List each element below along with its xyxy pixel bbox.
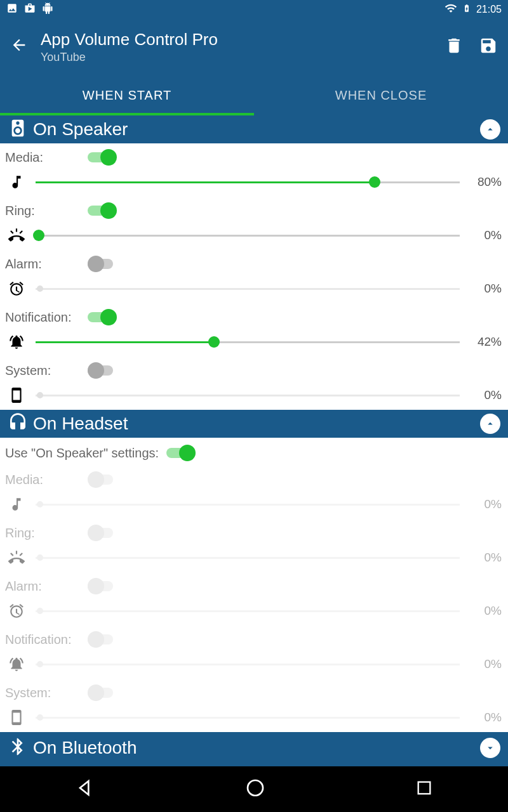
image-icon <box>6 3 18 16</box>
section-header-speaker: On Speaker <box>0 115 508 143</box>
headset-icon <box>8 412 28 435</box>
ring-label: Ring: <box>5 204 88 218</box>
section-header-headset: On Headset <box>0 410 508 438</box>
phone-icon <box>5 387 28 403</box>
section-title: On Speaker <box>33 119 128 140</box>
delete-button[interactable] <box>444 36 464 58</box>
media-label: Media: <box>5 473 88 487</box>
speaker-icon <box>8 118 28 141</box>
alarm-icon <box>5 603 28 619</box>
hs-alarm-toggle <box>88 576 121 596</box>
hs-notification-pct: 0% <box>467 657 502 671</box>
tab-when-close[interactable]: WHEN CLOSE <box>254 75 508 115</box>
section-header-bluetooth[interactable]: On Bluetooth <box>0 732 508 764</box>
notification-bell-icon <box>5 334 28 350</box>
notification-toggle[interactable] <box>88 307 121 327</box>
app-bar: App Volume Control Pro YouTube <box>0 19 508 75</box>
svg-point-0 <box>248 780 263 796</box>
ring-label: Ring: <box>5 526 88 540</box>
hs-alarm-slider <box>36 605 460 617</box>
hs-media-toggle <box>88 469 121 490</box>
hs-ring-toggle <box>88 523 121 543</box>
collapse-button-headset[interactable] <box>480 414 500 434</box>
hs-ring-pct: 0% <box>467 551 502 565</box>
alarm-slider[interactable] <box>36 282 460 295</box>
nav-recent-icon[interactable] <box>415 779 433 799</box>
music-note-icon <box>5 174 28 190</box>
system-label: System: <box>5 686 88 700</box>
alarm-label: Alarm: <box>5 579 88 594</box>
back-button[interactable] <box>10 36 28 58</box>
media-pct: 80% <box>467 175 502 189</box>
wifi-icon <box>444 2 457 17</box>
ring-toggle[interactable] <box>88 200 121 221</box>
hs-alarm-pct: 0% <box>467 604 502 618</box>
status-bar: 21:05 <box>0 0 508 19</box>
android-icon <box>42 3 53 16</box>
hs-system-slider <box>36 711 460 724</box>
media-label: Media: <box>5 150 88 165</box>
hs-system-pct: 0% <box>467 710 502 724</box>
alarm-pct: 0% <box>467 282 502 296</box>
notification-label: Notification: <box>5 632 88 647</box>
notification-pct: 42% <box>467 335 502 349</box>
use-speaker-label: Use "On Speaker" settings: <box>5 446 159 461</box>
alarm-toggle[interactable] <box>88 254 121 274</box>
hs-media-slider <box>36 498 460 511</box>
section-title: On Bluetooth <box>33 738 137 758</box>
headset-body: Use "On Speaker" settings: Media: 0% Rin… <box>0 438 508 732</box>
tabs: WHEN START WHEN CLOSE <box>0 75 508 115</box>
bluetooth-icon <box>8 737 28 759</box>
system-toggle[interactable] <box>88 360 121 381</box>
android-nav-bar <box>0 766 508 812</box>
ring-volume-icon <box>5 549 28 566</box>
hs-system-toggle <box>88 683 121 703</box>
save-button[interactable] <box>479 36 498 58</box>
expand-button-bluetooth[interactable] <box>480 738 500 758</box>
notification-label: Notification: <box>5 310 88 325</box>
hs-media-pct: 0% <box>467 497 502 511</box>
battery-charging-icon <box>462 2 471 17</box>
nav-home-icon[interactable] <box>245 778 265 801</box>
collapse-button-speaker[interactable] <box>480 119 500 140</box>
ring-slider[interactable] <box>36 229 460 242</box>
speaker-body: Media: 80% Ring: 0% Alarm: 0% Notificati… <box>0 143 508 410</box>
tab-when-start[interactable]: WHEN START <box>0 75 254 115</box>
alarm-icon <box>5 280 28 297</box>
ring-volume-icon <box>5 227 28 244</box>
app-title: App Volume Control Pro <box>41 30 218 49</box>
media-slider[interactable] <box>36 176 460 188</box>
notification-bell-icon <box>5 656 28 672</box>
svg-rect-1 <box>418 782 431 794</box>
shop-icon <box>24 3 36 16</box>
hs-ring-slider <box>36 551 460 564</box>
status-time: 21:05 <box>476 4 502 15</box>
section-title: On Headset <box>33 414 128 434</box>
nav-back-icon[interactable] <box>75 778 95 801</box>
hs-notification-slider <box>36 658 460 671</box>
system-slider[interactable] <box>36 389 460 402</box>
app-subtitle: YouTube <box>41 51 218 64</box>
ring-pct: 0% <box>467 228 502 242</box>
hs-notification-toggle <box>88 629 121 650</box>
music-note-icon <box>5 496 28 513</box>
system-pct: 0% <box>467 388 502 402</box>
phone-icon <box>5 709 28 726</box>
system-label: System: <box>5 363 88 378</box>
media-toggle[interactable] <box>88 147 121 167</box>
alarm-label: Alarm: <box>5 257 88 272</box>
notification-slider[interactable] <box>36 336 460 348</box>
use-speaker-toggle[interactable] <box>166 443 199 463</box>
